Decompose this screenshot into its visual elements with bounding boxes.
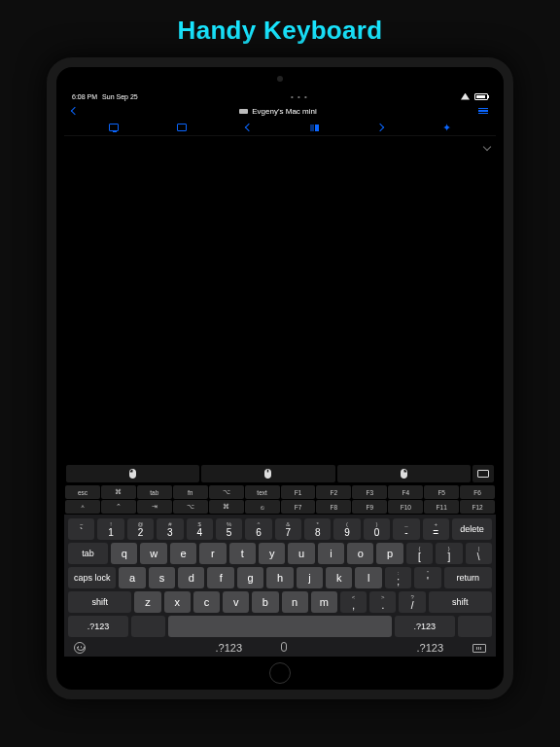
special-key[interactable]: F3 [352,485,387,499]
punct-key[interactable]: "' [414,567,440,588]
letter-key[interactable]: z [134,591,160,613]
special-key[interactable]: ⎋ [245,500,280,514]
num-key[interactable]: $4 [187,518,213,540]
special-key[interactable]: F6 [460,485,495,499]
num-key[interactable]: ^6 [245,518,271,540]
num-key[interactable]: (9 [333,518,360,540]
monitor-icon[interactable] [109,124,119,131]
special-key[interactable]: F11 [424,500,459,514]
special-key[interactable]: ^ [65,500,100,514]
return-key[interactable]: return [444,567,492,588]
list-button[interactable] [478,108,488,114]
letter-key[interactable]: l [355,567,381,588]
sym-button-left[interactable]: .?123 [215,642,242,654]
dismiss-keyboard-button[interactable] [472,644,486,653]
punct-key[interactable]: >. [369,591,396,613]
num-key[interactable]: %5 [216,518,242,540]
special-key[interactable]: text [245,485,280,499]
sym-key-left[interactable]: .?123 [68,616,128,637]
back-button[interactable] [71,107,79,115]
keyboard-toggle-button[interactable] [472,465,494,482]
window-icon[interactable] [177,124,187,131]
emoji-button[interactable] [74,642,86,654]
num-key[interactable]: _- [393,518,419,540]
special-key[interactable]: F12 [460,500,495,514]
special-key[interactable]: ⌥ [173,500,208,514]
special-key[interactable]: F7 [281,500,316,514]
letter-key[interactable]: a [119,567,145,588]
num-key[interactable]: *8 [304,518,331,540]
punct-key[interactable]: }] [436,543,462,564]
punct-key[interactable]: {[ [406,543,433,564]
next-icon[interactable] [376,124,384,131]
num-key[interactable]: ~` [68,518,94,540]
special-key[interactable]: F1 [281,485,316,499]
mouse-middle-button[interactable] [201,465,334,482]
mouse-right-button[interactable] [337,465,471,482]
special-key[interactable]: F9 [352,500,387,514]
capslock-key[interactable]: caps lock [68,567,116,588]
letter-key[interactable]: q [111,543,137,564]
space-key[interactable] [168,616,392,637]
bolt-icon[interactable]: ✦ [442,123,451,133]
special-key[interactable]: ⌥ [209,485,244,499]
letter-key[interactable]: x [164,591,191,613]
num-key[interactable]: #3 [157,518,183,540]
letter-key[interactable]: m [311,591,337,613]
punct-key[interactable]: ?/ [399,591,425,613]
letter-key[interactable]: g [237,567,263,588]
letter-key[interactable]: t [229,543,256,564]
letter-key[interactable]: d [178,567,204,588]
letter-key[interactable]: o [347,543,373,564]
letter-key[interactable]: h [266,567,293,588]
letter-key[interactable]: s [149,567,175,588]
mouse-left-button[interactable] [66,465,199,482]
special-key[interactable]: tab [137,485,172,499]
special-key[interactable]: ⌘ [209,500,244,514]
letter-key[interactable]: j [297,567,323,588]
special-key[interactable]: esc [65,485,100,499]
multitask-icon[interactable] [310,124,319,131]
sym-key-right[interactable]: .?123 [395,616,455,637]
letter-key[interactable]: r [199,543,226,564]
special-key[interactable]: F10 [388,500,423,514]
sym-button-right[interactable]: .?123 [416,642,443,654]
delete-key[interactable]: delete [452,518,492,540]
tab-key[interactable]: tab [68,543,108,564]
num-key[interactable]: &7 [275,518,301,540]
punct-key[interactable]: |\ [466,543,492,564]
hide-keyboard-key[interactable] [458,616,492,637]
special-key[interactable]: F8 [316,500,351,514]
special-key[interactable]: ⇥ [137,500,172,514]
letter-key[interactable]: v [223,591,249,613]
letter-key[interactable]: p [376,543,402,564]
punct-key[interactable]: :; [385,567,411,588]
globe-key[interactable] [131,616,165,637]
letter-key[interactable]: e [170,543,196,564]
shift-key-right[interactable]: shift [429,591,492,613]
letter-key[interactable]: w [140,543,166,564]
prev-icon[interactable] [245,124,253,131]
special-key[interactable]: F5 [424,485,459,499]
special-key[interactable]: ⌃ [101,500,136,514]
num-key[interactable]: += [423,518,449,540]
collapse-icon[interactable] [484,136,490,154]
letter-key[interactable]: c [193,591,220,613]
special-key[interactable]: F2 [316,485,351,499]
letter-key[interactable]: n [282,591,308,613]
num-key[interactable]: )0 [364,518,390,540]
letter-key[interactable]: k [326,567,352,588]
letter-key[interactable]: y [259,543,285,564]
special-key[interactable]: fn [173,485,208,499]
shift-key-left[interactable]: shift [68,591,131,613]
special-key[interactable]: ⌘ [101,485,136,499]
num-key[interactable]: !1 [97,518,123,540]
letter-key[interactable]: u [288,543,314,564]
letter-key[interactable]: i [318,543,344,564]
num-key[interactable]: @2 [127,518,154,540]
special-key[interactable]: F4 [388,485,423,499]
letter-key[interactable]: b [252,591,278,613]
mic-button[interactable] [281,642,287,652]
home-button[interactable] [269,662,291,684]
trackpad-area[interactable] [64,135,496,463]
